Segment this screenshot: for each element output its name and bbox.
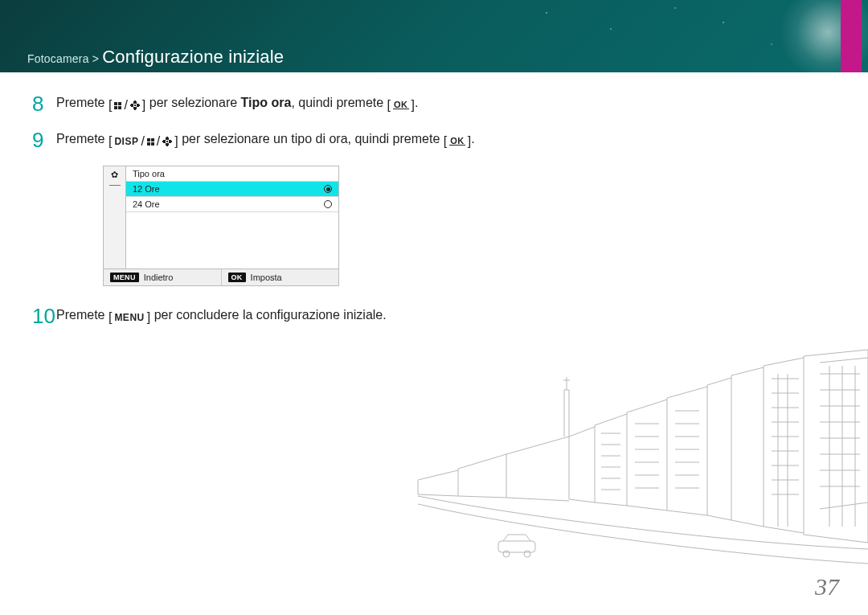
text-fragment: . xyxy=(471,132,474,146)
text-fragment: . xyxy=(415,96,418,109)
step-text: Premete DISP/ / per selezionare un tipo … xyxy=(56,129,475,151)
svg-point-2 xyxy=(524,551,530,557)
page-title: Configurazione iniziale xyxy=(102,47,284,67)
breadcrumb-root: Fotocamera xyxy=(27,52,89,65)
header-band: Fotocamera > Configurazione iniziale xyxy=(0,0,868,72)
ok-button-icon: OK xyxy=(387,96,415,115)
option-12h[interactable]: 12 Ore xyxy=(126,182,338,197)
footer-set-label: Imposta xyxy=(251,273,282,282)
step-10: 10 Premete MENU per concludere la config… xyxy=(32,305,836,327)
camera-ui-sidebar: ✿ xyxy=(104,166,126,269)
section-tab xyxy=(841,0,862,72)
dpad-all-icon: DISP/ / xyxy=(108,132,178,151)
radio-unselected-icon xyxy=(324,200,332,208)
menu-key-icon: MENU xyxy=(110,273,139,282)
option-24h[interactable]: 24 Ore xyxy=(126,197,338,212)
camera-ui-blank xyxy=(126,212,338,269)
ok-label: OK xyxy=(449,137,465,146)
menu-label: MENU xyxy=(114,310,144,325)
city-sketch-svg xyxy=(386,334,868,615)
content-area: 8 Premete / per selezionare Tipo ora, qu… xyxy=(0,72,868,327)
text-fragment: per concludere la configurazione inizial… xyxy=(154,308,387,322)
text-bold: Tipo ora xyxy=(241,96,292,109)
step-number: 10 xyxy=(32,305,56,326)
text-fragment: Premete xyxy=(56,308,108,322)
step-9: 9 Premete DISP/ / per selezionare un tip… xyxy=(32,129,836,151)
camera-ui-header: Tipo ora xyxy=(126,166,338,182)
ok-button-icon: OK xyxy=(444,132,471,151)
slash: / xyxy=(141,132,144,151)
text-fragment: per selezionare xyxy=(149,96,241,109)
dots-icon xyxy=(114,102,121,109)
sidebar-divider xyxy=(109,185,121,186)
camera-ui-footer: MENU Indietro OK Imposta xyxy=(104,269,338,285)
slash: / xyxy=(124,96,127,115)
city-sketch-illustration xyxy=(386,334,868,615)
ok-label: OK xyxy=(393,101,409,109)
step-number: 9 xyxy=(32,129,56,150)
disp-label: DISP xyxy=(114,134,138,149)
camera-ui-box: ✿ Tipo ora 12 Ore 24 Ore MENU Indietro xyxy=(103,166,339,286)
radio-selected-icon xyxy=(324,185,332,193)
step-number: 8 xyxy=(32,93,56,114)
text-fragment: Premete xyxy=(56,132,108,146)
breadcrumb: Fotocamera > Configurazione iniziale xyxy=(27,47,284,68)
footer-set[interactable]: OK Imposta xyxy=(221,269,339,285)
dpad-leftright-icon: / xyxy=(108,96,145,115)
step-text: Premete / per selezionare Tipo ora, quin… xyxy=(56,93,418,115)
flower-icon xyxy=(130,100,140,110)
footer-back-label: Indietro xyxy=(144,273,174,282)
option-label: 12 Ore xyxy=(133,184,160,194)
ok-key-icon: OK xyxy=(228,273,246,282)
gear-icon: ✿ xyxy=(111,170,118,180)
text-fragment: per selezionare un tipo di ora, quindi p… xyxy=(182,132,444,146)
flower-icon xyxy=(162,137,172,146)
text-fragment: , quindi premete xyxy=(291,96,387,109)
camera-ui-main: Tipo ora 12 Ore 24 Ore xyxy=(126,166,338,269)
footer-back[interactable]: MENU Indietro xyxy=(104,269,221,285)
camera-ui-top: ✿ Tipo ora 12 Ore 24 Ore xyxy=(104,166,338,269)
page-number: 37 xyxy=(815,573,839,601)
svg-rect-0 xyxy=(498,541,535,552)
text-fragment: Premete xyxy=(56,96,108,109)
option-label: 24 Ore xyxy=(133,199,160,209)
menu-button-icon: MENU xyxy=(108,308,150,327)
step-8: 8 Premete / per selezionare Tipo ora, qu… xyxy=(32,93,836,115)
dots-icon xyxy=(147,138,154,146)
breadcrumb-sep: > xyxy=(89,52,103,65)
step-text: Premete MENU per concludere la configura… xyxy=(56,305,387,327)
slash: / xyxy=(157,132,160,151)
svg-point-1 xyxy=(503,551,510,557)
